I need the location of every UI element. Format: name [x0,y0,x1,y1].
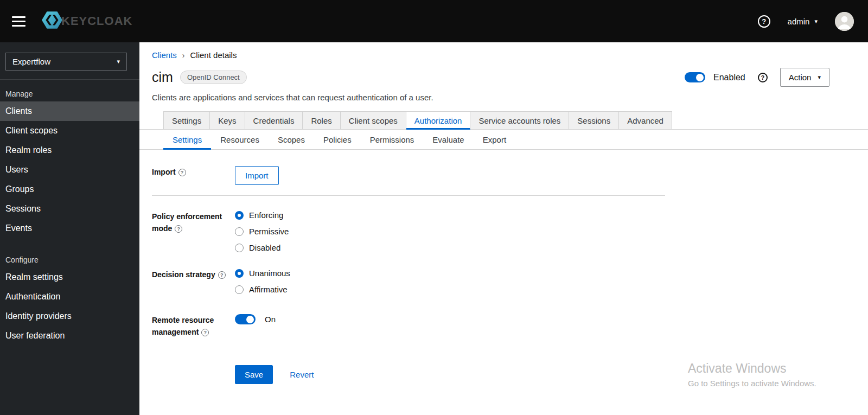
sidebar-item-identity-providers[interactable]: Identity providers [0,307,139,326]
authorization-subtabs: Settings Resources Scopes Policies Permi… [139,130,868,150]
chevron-down-icon: ▾ [117,58,120,65]
sidebar-item-sessions[interactable]: Sessions [0,199,139,219]
page-title: cim [152,69,173,85]
content-header: Clients › Client details cim OpenID Conn… [139,42,868,102]
avatar[interactable] [835,12,854,31]
radio-unselected-icon [235,227,244,236]
client-description: Clients are applications and services th… [152,93,855,102]
remote-resource-label-cell: Remote resource management? [152,314,235,339]
revert-button[interactable]: Revert [290,370,314,379]
radio-enforcing[interactable]: Enforcing [235,210,855,220]
keycloak-admin-console: KEYCLOAK ? admin ▾ Exper [0,0,868,415]
toggle-knob [246,316,254,323]
radio-unselected-icon [235,285,244,294]
policy-enforcement-help-icon[interactable]: ? [175,225,182,233]
breadcrumb-current: Client details [190,50,237,60]
remote-resource-toggle[interactable] [235,314,256,324]
help-glyph: ? [177,226,181,232]
subtab-resources[interactable]: Resources [211,130,269,150]
realm-selector[interactable]: Expertflow ▾ [5,53,127,71]
hamburger-menu-button[interactable] [8,12,30,31]
sidebar-item-groups[interactable]: Groups [0,180,139,199]
save-button[interactable]: Save [235,365,273,384]
nav-list-manage: Clients Client scopes Realm roles Users … [0,101,139,238]
form-actions-row: Save Revert [152,365,855,384]
sidebar-item-user-federation[interactable]: User federation [0,326,139,346]
subtab-settings[interactable]: Settings [163,130,211,150]
section-divider [152,195,665,196]
radio-disabled[interactable]: Disabled [235,243,855,252]
tab-roles[interactable]: Roles [303,111,340,130]
help-glyph: ? [761,74,764,81]
subtab-scopes[interactable]: Scopes [269,130,314,150]
decision-strategy-row: Decision strategy? Unanimous Affirmative [152,269,855,294]
action-dropdown-button[interactable]: Action ▾ [780,68,829,87]
breadcrumb: Clients › Client details [152,50,855,60]
main-content: Clients › Client details cim OpenID Conn… [139,42,868,415]
sidebar-item-events[interactable]: Events [0,219,139,238]
remote-resource-control: On [235,314,855,324]
topbar: KEYCLOAK ? admin ▾ [0,0,868,42]
remote-resource-help-icon[interactable]: ? [201,329,209,336]
enabled-label: Enabled [713,73,745,82]
client-tabs: Settings Keys Credentials Roles Client s… [139,111,868,130]
subtab-evaluate[interactable]: Evaluate [423,130,473,150]
tab-authorization[interactable]: Authorization [406,111,471,130]
authorization-settings-form: Import? Import Policy enforcement mode? [139,150,868,384]
sidebar-item-clients[interactable]: Clients [0,101,139,121]
enabled-toggle[interactable] [685,72,705,82]
radio-affirmative[interactable]: Affirmative [235,285,855,294]
help-glyph: ? [204,330,207,335]
title-left: cim OpenID Connect [152,69,247,85]
help-glyph: ? [762,17,766,25]
topbar-right: ? admin ▾ [758,12,854,31]
radio-selected-icon [235,211,244,220]
sidebar-item-realm-roles[interactable]: Realm roles [0,141,139,160]
breadcrumb-clients-link[interactable]: Clients [152,50,177,60]
nav-section-manage: Manage [0,80,139,101]
subtab-permissions[interactable]: Permissions [361,130,424,150]
radio-unanimous[interactable]: Unanimous [235,269,855,278]
radio-label: Affirmative [249,285,288,294]
import-control-cell: Import [235,166,855,185]
toggle-state-label: On [265,315,276,324]
radio-label: Permissive [249,227,289,236]
sidebar-item-realm-settings[interactable]: Realm settings [0,267,139,287]
action-label: Action [789,73,812,82]
form-actions: Save Revert [235,365,855,384]
radio-permissive[interactable]: Permissive [235,227,855,236]
import-button[interactable]: Import [235,166,279,185]
decision-strategy-help-icon[interactable]: ? [218,271,226,279]
nav-section-configure: Configure [0,238,139,267]
import-help-icon[interactable]: ? [178,169,186,176]
tab-settings[interactable]: Settings [163,111,210,130]
enabled-help-icon[interactable]: ? [758,73,768,82]
title-right: Enabled ? Action ▾ [685,68,829,87]
tab-keys[interactable]: Keys [210,111,245,130]
user-menu[interactable]: admin ▾ [788,17,818,26]
remote-resource-row: Remote resource management? On [152,314,855,339]
realm-selector-wrap: Expertflow ▾ [0,42,139,80]
decision-strategy-label-cell: Decision strategy? [152,269,235,280]
sidebar-item-authentication[interactable]: Authentication [0,287,139,307]
tab-client-scopes[interactable]: Client scopes [341,111,406,130]
radio-unselected-icon [235,244,244,252]
sidebar-nav: Manage Clients Client scopes Realm roles… [0,80,139,346]
tab-credentials[interactable]: Credentials [245,111,303,130]
tab-advanced[interactable]: Advanced [619,111,672,130]
global-help-icon[interactable]: ? [758,15,770,28]
realm-name: Expertflow [12,57,50,66]
tab-sessions[interactable]: Sessions [569,111,619,130]
field-label: Policy enforcement mode [152,212,222,233]
policy-enforcement-label-cell: Policy enforcement mode? [152,210,235,235]
sidebar-item-client-scopes[interactable]: Client scopes [0,121,139,141]
import-label-cell: Import? [152,166,235,178]
subtab-export[interactable]: Export [474,130,515,150]
sidebar-item-users[interactable]: Users [0,160,139,180]
breadcrumb-separator-icon: › [182,51,185,60]
subtab-policies[interactable]: Policies [314,130,361,150]
chevron-down-icon: ▾ [818,74,821,81]
title-row: cim OpenID Connect Enabled ? Action ▾ [152,68,855,87]
help-glyph: ? [181,170,184,175]
tab-service-accounts-roles[interactable]: Service accounts roles [470,111,569,130]
